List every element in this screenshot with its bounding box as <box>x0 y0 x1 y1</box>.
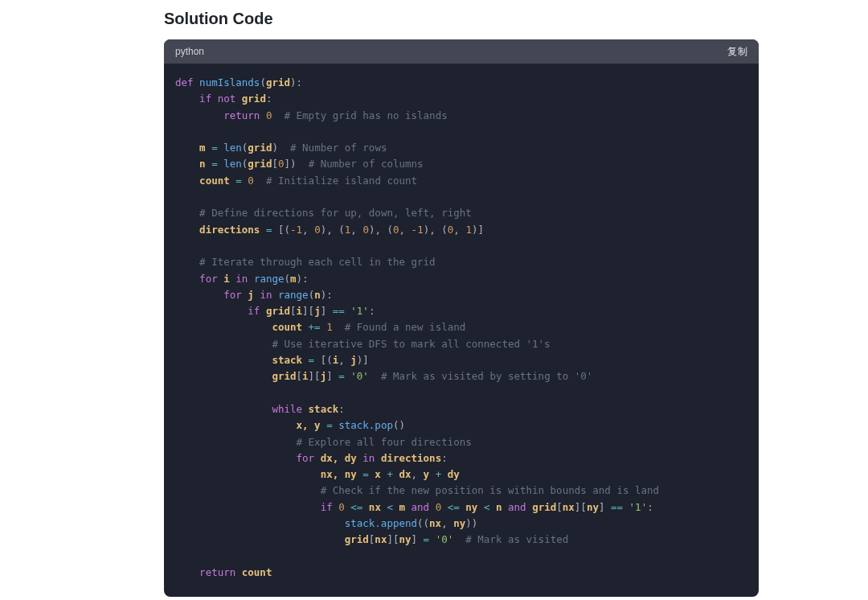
copy-button[interactable]: 复制 <box>727 45 747 59</box>
code-header: python 复制 <box>164 39 759 64</box>
code-block: python 复制 def numIslands(grid): if not g… <box>164 39 759 597</box>
code-body[interactable]: def numIslands(grid): if not grid: retur… <box>164 64 759 597</box>
language-label: python <box>175 46 204 57</box>
section-title: Solution Code <box>164 10 868 28</box>
kw-def: def <box>175 76 194 88</box>
fn-name: numIslands <box>199 76 260 88</box>
content-container: Solution Code python 复制 def numIslands(g… <box>0 0 868 597</box>
